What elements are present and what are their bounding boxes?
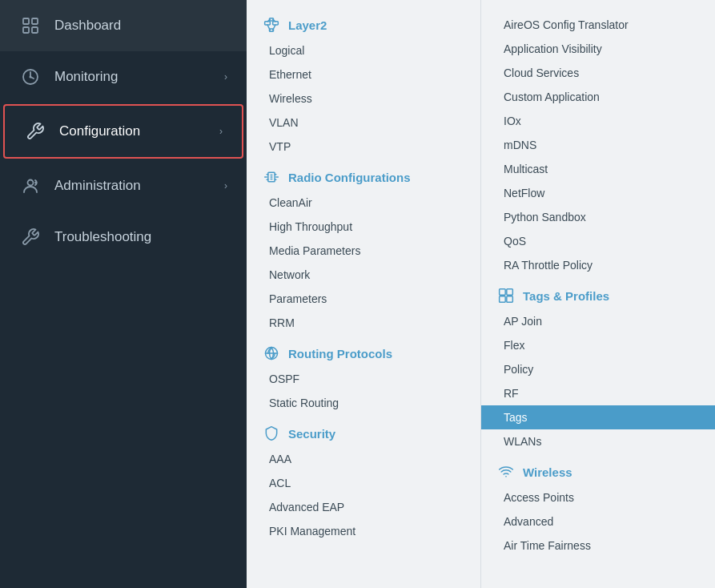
menu-item-qos[interactable]: QoS — [481, 229, 715, 253]
sidebar-item-administration[interactable]: Administration › — [0, 160, 247, 211]
sidebar: Dashboard Monitoring › Configuration › — [0, 0, 247, 588]
svg-rect-21 — [507, 289, 513, 296]
dashboard-icon — [19, 14, 42, 37]
svg-rect-14 — [273, 22, 279, 25]
sidebar-item-configuration[interactable]: Configuration › — [3, 104, 243, 159]
menu-item-ap-join[interactable]: AP Join — [481, 309, 715, 333]
sidebar-label-dashboard: Dashboard — [54, 18, 227, 34]
security-icon — [263, 425, 280, 442]
wireless-icon — [497, 463, 515, 481]
sidebar-label-monitoring: Monitoring — [54, 69, 211, 85]
menu-item-parameters[interactable]: Parameters — [247, 287, 480, 311]
menu-item-ra-throttle-policy[interactable]: RA Throttle Policy — [481, 253, 715, 277]
svg-line-13 — [273, 25, 275, 30]
sidebar-label-administration: Administration — [54, 178, 211, 194]
menu-item-netflow[interactable]: NetFlow — [481, 181, 715, 205]
menu-item-aaa[interactable]: AAA — [247, 447, 480, 471]
menu-item-advanced[interactable]: Advanced — [481, 509, 715, 534]
monitoring-icon — [19, 66, 42, 88]
sidebar-item-monitoring[interactable]: Monitoring › — [0, 51, 247, 103]
menu-item-media-parameters[interactable]: Media Parameters — [247, 239, 480, 263]
section-label-routing: Routing Protocols — [288, 347, 392, 360]
sidebar-item-dashboard[interactable]: Dashboard — [0, 0, 247, 51]
section-wireless: Wireless — [481, 453, 715, 485]
section-radio-configurations: Radio Configurations — [247, 159, 480, 191]
menu-item-acl[interactable]: ACL — [247, 471, 480, 495]
menu-item-multicast[interactable]: Multicast — [481, 157, 715, 181]
menu-col-1: Layer2 Logical Ethernet Wireless VLAN VT… — [247, 0, 481, 588]
menu-item-aireos-config-translator[interactable]: AireOS Config Translator — [481, 13, 715, 37]
chevron-monitoring: › — [224, 71, 227, 83]
layer2-icon — [263, 16, 280, 34]
section-tags-profiles: Tags & Profiles — [481, 277, 715, 309]
svg-line-11 — [267, 25, 270, 30]
menu-item-mdns[interactable]: mDNS — [481, 133, 715, 157]
menu-item-cleanair[interactable]: CleanAir — [247, 191, 480, 215]
svg-rect-1 — [32, 18, 38, 24]
menu-item-network[interactable]: Network — [247, 263, 480, 287]
svg-rect-23 — [507, 296, 513, 303]
routing-icon — [263, 344, 280, 362]
tags-profiles-icon — [497, 287, 515, 304]
menu-item-cloud-services[interactable]: Cloud Services — [481, 61, 715, 85]
menu-item-advanced-eap[interactable]: Advanced EAP — [247, 495, 480, 519]
menu-item-application-visibility[interactable]: Application Visibility — [481, 37, 715, 61]
section-layer2: Layer2 — [247, 6, 480, 38]
menu-item-ospf[interactable]: OSPF — [247, 367, 480, 391]
troubleshooting-icon — [19, 226, 42, 248]
chevron-administration: › — [224, 180, 227, 191]
menu-item-flex[interactable]: Flex — [481, 333, 715, 357]
menu-item-python-sandbox[interactable]: Python Sandbox — [481, 205, 715, 229]
menu-item-iox[interactable]: IOx — [481, 109, 715, 133]
menu-item-wlans[interactable]: WLANs — [481, 429, 715, 453]
svg-point-5 — [30, 76, 32, 79]
menu-item-static-routing[interactable]: Static Routing — [247, 391, 480, 415]
section-security: Security — [247, 415, 480, 447]
svg-rect-2 — [23, 27, 29, 33]
menu-item-rrm[interactable]: RRM — [247, 311, 480, 335]
svg-rect-0 — [23, 18, 29, 24]
section-label-wireless: Wireless — [523, 465, 572, 479]
section-label-security: Security — [288, 427, 335, 441]
menu-item-tags[interactable]: Tags — [481, 405, 715, 429]
menu-item-custom-application[interactable]: Custom Application — [481, 85, 715, 109]
section-label-tags-profiles: Tags & Profiles — [523, 289, 609, 303]
svg-rect-22 — [500, 296, 506, 303]
menu-item-policy[interactable]: Policy — [481, 357, 715, 381]
menu-item-rf[interactable]: RF — [481, 381, 715, 405]
svg-rect-3 — [32, 27, 38, 33]
sidebar-label-configuration: Configuration — [59, 123, 207, 139]
menu-item-ethernet[interactable]: Ethernet — [247, 62, 480, 87]
menu-item-high-throughput[interactable]: High Throughput — [247, 215, 480, 239]
section-label-layer2: Layer2 — [288, 18, 327, 32]
section-routing-protocols: Routing Protocols — [247, 335, 480, 367]
configuration-icon — [24, 120, 46, 143]
menu-item-vtp[interactable]: VTP — [247, 135, 480, 159]
svg-rect-20 — [500, 289, 506, 296]
main-content: Layer2 Logical Ethernet Wireless VLAN VT… — [247, 0, 715, 588]
radio-icon — [263, 168, 280, 186]
administration-icon — [19, 175, 42, 197]
menu-col-2: AireOS Config Translator Application Vis… — [481, 0, 715, 588]
chevron-configuration: › — [219, 126, 223, 137]
svg-point-6 — [28, 180, 34, 186]
menu-item-vlan[interactable]: VLAN — [247, 111, 480, 135]
svg-point-24 — [505, 476, 507, 477]
menu-item-wireless[interactable]: Wireless — [247, 87, 480, 111]
menu-item-air-time-fairness[interactable]: Air Time Fairness — [481, 534, 715, 558]
menu-item-logical[interactable]: Logical — [247, 38, 480, 62]
sidebar-item-troubleshooting[interactable]: Troubleshooting — [0, 211, 247, 263]
menu-item-access-points[interactable]: Access Points — [481, 485, 715, 509]
sidebar-label-troubleshooting: Troubleshooting — [54, 229, 227, 245]
section-label-radio: Radio Configurations — [288, 171, 411, 184]
menu-item-pki-management[interactable]: PKI Management — [247, 519, 480, 543]
